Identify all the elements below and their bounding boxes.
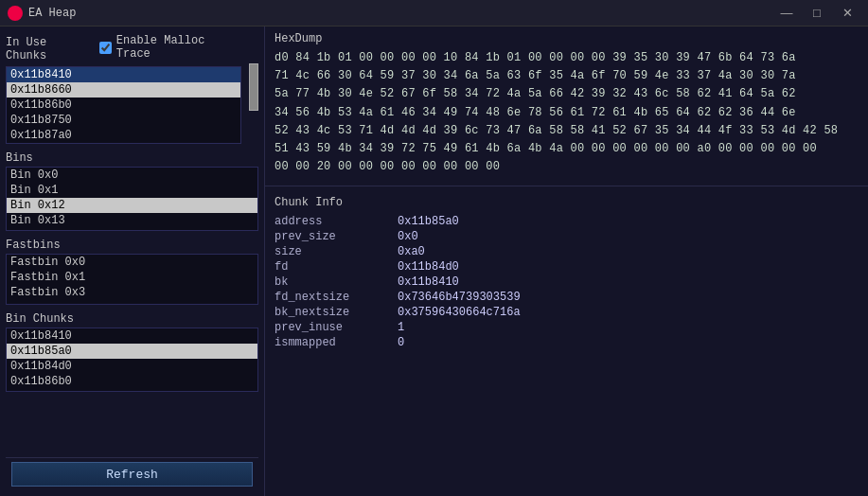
list-item[interactable]: Fastbin 0x0 xyxy=(7,255,257,270)
field-val-fd: 0x11b84d0 xyxy=(398,260,859,274)
list-item[interactable]: Bin 0x1 xyxy=(7,183,257,198)
list-item[interactable]: 0x11b86b0 xyxy=(7,374,257,389)
list-item[interactable]: 0x11b8750 xyxy=(7,113,240,128)
scrollbar-thumb[interactable] xyxy=(249,63,258,111)
bins-section: Bins Bin 0x0 Bin 0x1 Bin 0x12 Bin 0x13 xyxy=(6,148,258,231)
refresh-bar: Refresh xyxy=(6,457,258,490)
field-key-bk: bk xyxy=(275,275,388,289)
field-key-fd-nextsize: fd_nextsize xyxy=(275,291,388,304)
field-val-ismmapped: 0 xyxy=(398,336,859,349)
right-panel: HexDump d0 84 1b 01 00 00 00 00 10 84 1b… xyxy=(265,27,868,496)
fastbins-header: Fastbins xyxy=(6,239,258,252)
left-panel: In Use Chunks Enable Malloc Trace 0x11b8… xyxy=(0,27,265,496)
list-item[interactable]: 0x11b8410 xyxy=(7,67,240,82)
hexdump-line: 51 43 59 4b 34 39 72 75 49 61 4b 6a 4b 4… xyxy=(275,140,859,158)
bin-chunks-section: Bin Chunks 0x11b8410 0x11b85a0 0x11b84d0… xyxy=(6,309,258,392)
in-use-header: In Use Chunks xyxy=(6,36,92,62)
in-use-section: In Use Chunks Enable Malloc Trace 0x11b8… xyxy=(6,32,258,144)
field-val-prev-size: 0x0 xyxy=(398,230,859,243)
field-key-address: address xyxy=(275,215,388,228)
malloc-trace-row: Enable Malloc Trace xyxy=(99,34,241,61)
field-key-fd: fd xyxy=(275,260,388,274)
app-icon xyxy=(8,6,23,21)
info-table: address 0x11b85a0 prev_size 0x0 size 0xa… xyxy=(275,215,859,349)
hexdump-line: 00 00 20 00 00 00 00 00 00 00 00 xyxy=(275,158,859,176)
list-item[interactable]: 0x11b85a0 xyxy=(7,344,257,359)
fastbins-list: Fastbin 0x0 Fastbin 0x1 Fastbin 0x3 xyxy=(6,254,258,305)
field-val-address: 0x11b85a0 xyxy=(398,215,859,228)
malloc-trace-checkbox[interactable] xyxy=(99,42,112,54)
hexdump-line: 34 56 4b 53 4a 61 46 34 49 74 48 6e 78 5… xyxy=(275,104,859,122)
bins-header: Bins xyxy=(6,151,258,165)
minimize-button[interactable]: — xyxy=(773,3,800,24)
list-item[interactable]: Bin 0x13 xyxy=(7,213,257,228)
titlebar: EA Heap — □ ✕ xyxy=(0,0,868,27)
hexdump-title: HexDump xyxy=(275,32,859,45)
list-item[interactable]: 0x11b87a0 xyxy=(7,128,240,143)
hexdump-line: 71 4c 66 30 64 59 37 30 34 6a 5a 63 6f 3… xyxy=(275,67,859,85)
field-val-bk: 0x11b8410 xyxy=(398,275,859,289)
titlebar-title: EA Heap xyxy=(28,7,773,20)
maximize-button[interactable]: □ xyxy=(804,3,830,24)
field-key-prev-size: prev_size xyxy=(275,230,388,243)
divider xyxy=(265,186,868,186)
hexdump-line: 5a 77 4b 30 4e 52 67 6f 58 34 72 4a 5a 6… xyxy=(275,85,859,103)
list-item[interactable]: 0x11b86b0 xyxy=(7,97,240,113)
list-item[interactable]: Bin 0x12 xyxy=(7,198,257,213)
list-item[interactable]: Fastbin 0x3 xyxy=(7,285,257,300)
in-use-list: 0x11b8410 0x11b8660 0x11b86b0 0x11b8750 … xyxy=(6,66,241,144)
bin-chunks-header: Bin Chunks xyxy=(6,312,258,326)
field-val-bk-nextsize: 0x37596430664c716a xyxy=(398,306,859,319)
titlebar-controls: — □ ✕ xyxy=(773,3,860,24)
field-key-size: size xyxy=(275,245,388,258)
chunk-info-title: Chunk Info xyxy=(275,196,859,209)
bin-chunks-list: 0x11b8410 0x11b85a0 0x11b84d0 0x11b86b0 xyxy=(6,328,258,392)
bins-list: Bin 0x0 Bin 0x1 Bin 0x12 Bin 0x13 xyxy=(6,167,258,231)
hexdump-content: d0 84 1b 01 00 00 00 00 10 84 1b 01 00 0… xyxy=(275,49,859,176)
list-item[interactable]: 0x11b8660 xyxy=(7,82,240,97)
refresh-button[interactable]: Refresh xyxy=(11,462,253,487)
field-key-ismmapped: ismmapped xyxy=(275,336,388,349)
list-item[interactable]: Bin 0x0 xyxy=(7,168,257,183)
hexdump-line: d0 84 1b 01 00 00 00 00 10 84 1b 01 00 0… xyxy=(275,49,859,67)
list-item[interactable]: 0x11b8410 xyxy=(7,328,257,344)
main-layout: In Use Chunks Enable Malloc Trace 0x11b8… xyxy=(0,27,868,496)
close-button[interactable]: ✕ xyxy=(834,3,860,24)
list-item[interactable]: 0x11b84d0 xyxy=(7,359,257,374)
list-item[interactable]: Fastbin 0x1 xyxy=(7,270,257,285)
fastbins-section: Fastbins Fastbin 0x0 Fastbin 0x1 Fastbin… xyxy=(6,235,258,305)
hexdump-line: 52 43 4c 53 71 4d 4d 4d 39 6c 73 47 6a 5… xyxy=(275,122,859,140)
field-key-bk-nextsize: bk_nextsize xyxy=(275,306,388,319)
field-val-fd-nextsize: 0x73646b4739303539 xyxy=(398,291,859,304)
field-key-prev-inuse: prev_inuse xyxy=(275,321,388,334)
malloc-trace-label: Enable Malloc Trace xyxy=(116,34,241,61)
field-val-prev-inuse: 1 xyxy=(398,321,859,334)
field-val-size: 0xa0 xyxy=(398,245,859,258)
hexdump-section: HexDump d0 84 1b 01 00 00 00 00 10 84 1b… xyxy=(265,27,868,182)
chunk-info-section: Chunk Info address 0x11b85a0 prev_size 0… xyxy=(265,190,868,496)
